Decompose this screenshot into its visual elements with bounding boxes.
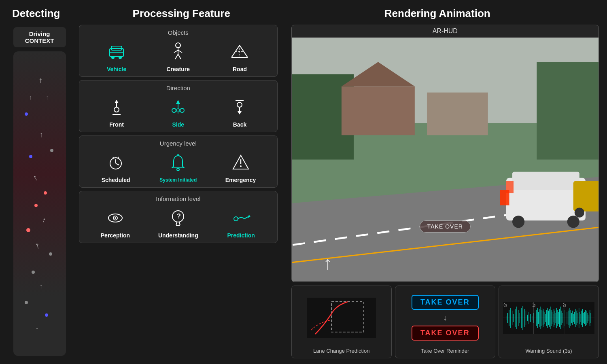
- front-icon: [106, 97, 127, 117]
- take-over-reminder: TAKE OVER ↓ TAKE OVER: [412, 295, 479, 341]
- section-header-detecting: Detecting: [12, 7, 83, 20]
- scatter-dot: [25, 112, 28, 116]
- system-initiated-item: System Initiated: [159, 150, 197, 183]
- arrow-icon: ↑: [29, 94, 32, 101]
- scatter-area: ↑ ↑ ↑ ↑ ↑ ↑ ↑ ↑ ↑: [13, 51, 66, 356]
- side-icon: [168, 97, 188, 117]
- scheduled-icon-wrap: [104, 150, 128, 174]
- front-label: Front: [109, 121, 124, 128]
- svg-line-9: [175, 54, 178, 59]
- urgency-title: Urgency level: [160, 140, 197, 147]
- prediction-item: Prediction: [225, 205, 257, 239]
- understanding-icon-wrap: ?: [166, 205, 190, 230]
- svg-rect-55: [342, 87, 415, 135]
- svg-rect-54: [537, 62, 599, 159]
- road-scene-svg: ↑: [292, 38, 599, 281]
- svg-line-8: [178, 50, 182, 53]
- vehicle-label: Vehicle: [107, 66, 126, 72]
- prediction-label: Prediction: [227, 232, 255, 239]
- direction-items: Front Side: [86, 95, 271, 128]
- warning-sound-label: Warning Sound (3s): [525, 348, 572, 354]
- bottom-panels: Lane Change Prediction TAKE OVER ↓ TAKE …: [291, 286, 599, 358]
- arrow-down-icon: ↓: [443, 313, 447, 322]
- back-item: Back: [223, 95, 256, 128]
- svg-marker-18: [115, 100, 119, 103]
- svg-point-43: [115, 217, 116, 219]
- scatter-dot: [44, 191, 47, 195]
- scatter-dot: [25, 301, 28, 304]
- back-label: Back: [233, 121, 246, 128]
- scheduled-label: Scheduled: [102, 177, 130, 183]
- scheduled-icon: [106, 152, 126, 172]
- back-icon: [229, 97, 250, 117]
- svg-point-20: [172, 108, 176, 112]
- arrow-icon: ↑: [40, 131, 43, 139]
- ar-hud-title: AR-HUD: [292, 25, 599, 38]
- scatter-dot: [29, 155, 32, 158]
- road-icon: [229, 41, 250, 61]
- detecting-panel: Driving CONTEXT ↑ ↑ ↑ ↑ ↑ ↑ ↑ ↑ ↑: [8, 23, 71, 360]
- warning-sound-visual: 0s 1s 2s: [503, 290, 594, 345]
- vehicle-item: Vehicle: [100, 39, 133, 72]
- svg-point-69: [574, 208, 584, 218]
- side-item: Side: [162, 95, 194, 128]
- svg-point-64: [512, 216, 524, 228]
- section-header-processing: Processing Feature: [83, 7, 280, 20]
- objects-items: Vehicle Creature: [86, 39, 271, 72]
- system-initiated-label: System Initiated: [159, 177, 197, 183]
- svg-marker-24: [176, 100, 180, 104]
- emergency-item: Emergency: [225, 150, 257, 183]
- lane-change-label: Lane Change Prediction: [313, 348, 370, 354]
- understanding-item: ? Understanding: [158, 205, 198, 239]
- svg-text:2s: 2s: [563, 303, 566, 307]
- creature-icon: [168, 41, 188, 61]
- direction-feature-box: Direction Front: [79, 80, 278, 132]
- take-over-hud-badge: TAKE OVER: [420, 220, 471, 233]
- svg-point-35: [177, 168, 179, 171]
- svg-point-65: [567, 216, 579, 228]
- front-item: Front: [100, 95, 133, 128]
- svg-rect-57: [427, 93, 488, 135]
- processing-panel: Objects Vehicle: [71, 23, 286, 360]
- section-header-rendering: Rendering Animation: [280, 7, 595, 20]
- back-icon-wrap: [227, 95, 252, 119]
- svg-line-47: [179, 222, 180, 225]
- arrow-icon: ↑: [46, 94, 49, 101]
- scatter-dot: [49, 252, 52, 256]
- front-icon-wrap: [104, 95, 129, 119]
- creature-icon-wrap: [166, 39, 190, 63]
- svg-text:0s: 0s: [503, 303, 507, 307]
- eye-icon: [105, 207, 125, 228]
- emergency-label: Emergency: [225, 177, 256, 183]
- vehicle-icon: [106, 41, 127, 61]
- arrow-icon: ↑: [40, 283, 43, 290]
- urgency-feature-box: Urgency level Scheduled: [79, 135, 278, 188]
- perception-icon-wrap: [103, 205, 127, 230]
- arrow-icon: ↑: [31, 173, 39, 183]
- emergency-icon-wrap: [229, 150, 253, 174]
- arrow-icon: ↑: [34, 240, 41, 251]
- head-icon: ?: [168, 207, 188, 228]
- arrow-icon: ↑: [38, 76, 42, 85]
- understanding-label: Understanding: [158, 232, 198, 239]
- svg-text:↑: ↑: [323, 253, 332, 273]
- scatter-dot: [45, 313, 48, 317]
- svg-point-40: [240, 165, 242, 167]
- take-over-reminder-label: Take Over Reminder: [421, 348, 469, 354]
- svg-rect-67: [506, 181, 514, 193]
- context-label: CONTEXT: [25, 37, 54, 44]
- take-over-red-box: TAKE OVER: [412, 326, 479, 341]
- svg-line-7: [174, 50, 178, 53]
- driving-label: Driving: [29, 30, 50, 37]
- emergency-icon: [231, 152, 251, 172]
- rendering-panel: AR-HUD: [286, 23, 599, 360]
- svg-line-46: [176, 222, 177, 225]
- svg-point-16: [114, 107, 119, 112]
- svg-point-21: [180, 108, 184, 112]
- svg-point-3: [119, 56, 122, 59]
- prediction-icon: [231, 207, 251, 228]
- svg-point-26: [237, 102, 242, 107]
- road-icon-wrap: [227, 39, 252, 63]
- svg-point-5: [176, 43, 180, 48]
- svg-line-10: [178, 54, 181, 59]
